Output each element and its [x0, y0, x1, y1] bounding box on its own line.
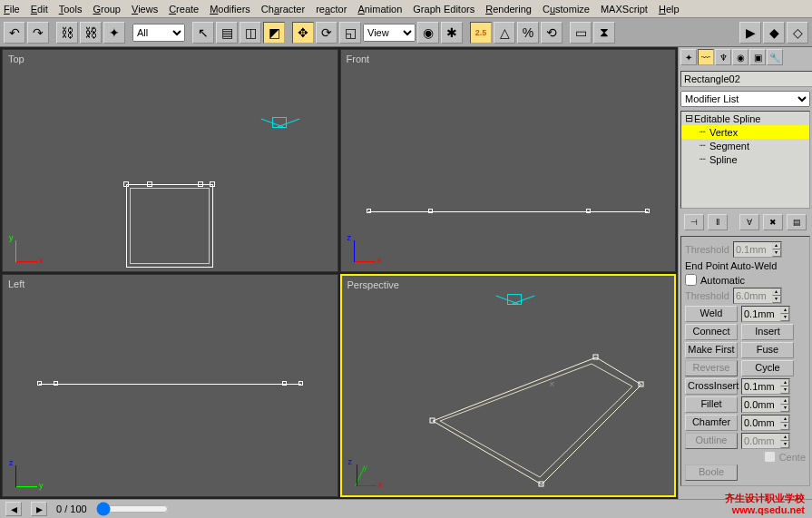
weld-button[interactable]: Weld [685, 306, 738, 322]
vertex-marker[interactable] [147, 181, 152, 187]
camera-marker-icon [272, 117, 287, 128]
stack-segment[interactable]: ┈Segment [681, 139, 809, 152]
menu-customize[interactable]: Customize [543, 4, 590, 15]
bind-button[interactable]: ✦ [103, 22, 125, 44]
vertex-marker[interactable] [54, 381, 58, 386]
fillet-spinner[interactable]: ▴▾ [741, 396, 790, 413]
viewport-front[interactable]: Front xz [340, 49, 677, 272]
spline-line[interactable] [39, 384, 301, 385]
vertex-marker[interactable] [282, 381, 287, 386]
make-first-button[interactable]: Make First [685, 342, 738, 358]
tab-display[interactable]: ▣ [749, 49, 766, 65]
menu-character[interactable]: Character [261, 4, 305, 15]
configure-button[interactable]: ▤ [787, 214, 807, 230]
time-slider[interactable] [96, 502, 169, 516]
timeline-prev-button[interactable]: ◂ [5, 502, 22, 516]
redo-button[interactable]: ↷ [27, 22, 49, 44]
vertex-marker[interactable] [367, 209, 371, 213]
menu-modifiers[interactable]: Modifiers [210, 4, 250, 15]
render-button[interactable]: ◆ [763, 22, 785, 44]
select-button[interactable]: ↖ [192, 22, 214, 44]
angle-snap-button[interactable]: △ [494, 22, 515, 44]
vertex-marker[interactable] [210, 181, 215, 187]
vertex-marker[interactable] [586, 209, 591, 213]
undo-button[interactable]: ↶ [4, 22, 25, 44]
axis-gizmo: xz [354, 235, 381, 262]
fillet-button[interactable]: Fillet [685, 396, 738, 413]
spline-line[interactable] [368, 211, 649, 212]
remove-modifier-button[interactable]: ✖ [763, 214, 783, 230]
object-name-input[interactable] [680, 71, 812, 87]
window-crossing-button[interactable]: ◩ [263, 22, 285, 44]
snap-2p5-button[interactable]: 2.5 [470, 22, 492, 44]
stack-vertex[interactable]: ┈Vertex [681, 125, 809, 139]
select-region-button[interactable]: ◫ [240, 22, 261, 44]
perspective-shape[interactable]: × [342, 276, 675, 495]
cycle-button[interactable]: Cycle [741, 360, 794, 376]
ref-coord-select[interactable]: View [363, 24, 416, 42]
named-selection-button[interactable]: ▭ [570, 22, 592, 44]
viewport-left[interactable]: Left yz [2, 274, 338, 497]
stack-editable-spline[interactable]: ⊟Editable Spline [681, 112, 809, 125]
menu-reactor[interactable]: reactor [316, 4, 347, 15]
menu-file[interactable]: File [4, 4, 20, 15]
timeline-next-button[interactable]: ▸ [31, 502, 47, 516]
crossinsert-spinner[interactable]: ▴▾ [741, 378, 790, 395]
chamfer-button[interactable]: Chamfer [685, 415, 738, 431]
viewport-perspective[interactable]: Perspective × xzy [340, 274, 677, 497]
modifier-stack[interactable]: ⊟Editable Spline ┈Vertex ┈Segment ┈Splin… [680, 111, 810, 209]
crossinsert-button[interactable]: CrossInsert [685, 378, 738, 395]
insert-button[interactable]: Insert [741, 324, 794, 340]
vertex-marker[interactable] [37, 381, 42, 386]
reverse-button: Reverse [685, 360, 738, 376]
menu-create[interactable]: Create [169, 4, 199, 15]
vertex-marker[interactable] [428, 209, 433, 213]
main-toolbar: ↶ ↷ ⛓ ⛓̸ ✦ All ↖ ▤ ◫ ◩ ✥ ⟳ ◱ View ◉ ✱ 2.… [0, 18, 812, 47]
menu-rendering[interactable]: Rendering [485, 4, 532, 15]
spinner-snap-button[interactable]: ⟲ [541, 22, 563, 44]
vertex-marker[interactable] [198, 181, 203, 187]
automatic-checkbox[interactable] [685, 274, 697, 286]
threshold2-label: Threshold [685, 290, 729, 301]
tab-motion[interactable]: ◉ [732, 49, 748, 65]
tab-utilities[interactable]: 🔧 [767, 49, 783, 65]
tab-hierarchy[interactable]: ♆ [715, 49, 731, 65]
link-button[interactable]: ⛓ [56, 22, 78, 44]
viewport-top[interactable]: Top xy [2, 49, 338, 272]
menu-views[interactable]: Views [132, 4, 158, 15]
scale-button[interactable]: ◱ [339, 22, 361, 44]
tab-create[interactable]: ✦ [680, 49, 697, 65]
modifier-list-select[interactable]: Modifier List [680, 91, 810, 107]
show-end-result-button[interactable]: Ⅱ [708, 214, 728, 230]
menu-group[interactable]: Group [93, 4, 121, 15]
make-unique-button[interactable]: ∀ [739, 214, 759, 230]
quick-render-button[interactable]: ◇ [787, 22, 808, 44]
vertex-marker[interactable] [645, 209, 650, 213]
manipulate-button[interactable]: ✱ [441, 22, 463, 44]
chamfer-spinner[interactable]: ▴▾ [741, 415, 790, 431]
rotate-button[interactable]: ⟳ [316, 22, 338, 44]
pin-stack-button[interactable]: ⊣ [684, 214, 704, 230]
percent-snap-button[interactable]: % [517, 22, 539, 44]
weld-spinner[interactable]: ▴▾ [741, 306, 790, 322]
menu-edit[interactable]: Edit [31, 4, 48, 15]
menu-animation[interactable]: Animation [357, 4, 402, 15]
status-bar: ◂ ▸ 0 / 100 [0, 499, 812, 518]
menu-tools[interactable]: Tools [59, 4, 83, 15]
menu-graph-editors[interactable]: Graph Editors [413, 4, 474, 15]
play-button[interactable]: ▶ [739, 22, 761, 44]
selection-filter-select[interactable]: All [132, 24, 185, 42]
fuse-button[interactable]: Fuse [741, 342, 794, 358]
menu-maxscript[interactable]: MAXScript [601, 4, 648, 15]
move-button[interactable]: ✥ [292, 22, 314, 44]
connect-button[interactable]: Connect [685, 324, 738, 340]
vertex-marker[interactable] [298, 381, 303, 386]
unlink-button[interactable]: ⛓̸ [80, 22, 102, 44]
stack-spline[interactable]: ┈Spline [681, 152, 809, 166]
vertex-marker[interactable] [123, 181, 129, 187]
select-name-button[interactable]: ▤ [216, 22, 238, 44]
menu-help[interactable]: Help [659, 4, 680, 15]
pivot-button[interactable]: ◉ [417, 22, 439, 44]
tab-modify[interactable]: 〰 [698, 49, 714, 65]
mirror-button[interactable]: ⧗ [593, 22, 615, 44]
